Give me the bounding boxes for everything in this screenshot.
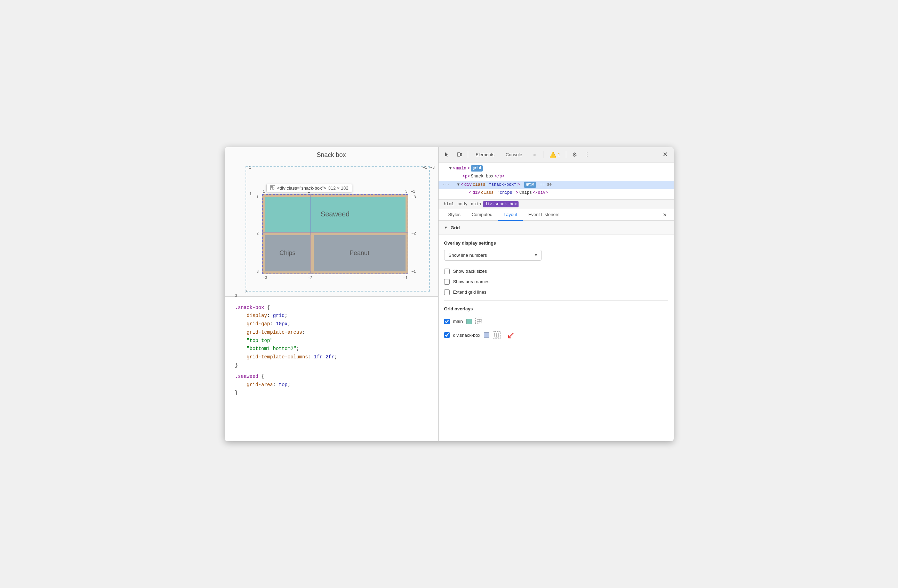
cell-peanut: Peanut [314,235,406,271]
dropdown-arrow-icon: ▾ [535,252,537,257]
show-area-names-checkbox[interactable] [444,279,450,285]
tab-computed[interactable]: Computed [466,209,498,221]
grid-row-line [262,232,408,233]
toolbar-divider-3 [566,151,566,158]
code-line-8: } [235,362,428,370]
sub-tabs: Styles Computed Layout Event Listeners » [438,209,674,221]
device-toggle-button[interactable] [454,149,465,160]
bc-html[interactable]: html [443,201,456,207]
element-icon [270,185,275,190]
section-divider [444,300,668,301]
grid-badge-main[interactable]: grid [471,165,483,171]
tooltip-size: 312 × 182 [328,185,349,191]
dom-line-main[interactable]: ▼ <main> grid [438,165,674,173]
overlay-snack-box-grid-icon[interactable] [493,331,500,339]
overlay-main-checkbox[interactable] [444,319,450,324]
grid-preview: Snack box <div class="snack-box"> 312 × … [224,147,438,297]
dom-line-chips[interactable]: <div class="chips" > Chips </div> [438,189,674,197]
grid-section-title: Grid [451,225,460,230]
cell-seaweed: Seaweed [265,197,406,232]
tooltip-element-name: <div class="snack-box"> [277,185,326,191]
extend-grid-lines-label[interactable]: Extend grid lines [453,289,487,295]
warning-icon: ⚠️ [549,151,557,158]
layout-section-body: Overlay display settings Show line numbe… [438,235,674,349]
extend-grid-lines-checkbox[interactable] [444,289,450,295]
right-panel: Elements Console » ⚠️ 1 ⚙ ⋮ ✕ ▼ <main> [438,147,674,441]
css-selector-2: .seaweed [235,374,258,379]
warning-indicator: ⚠️ 1 [547,151,563,158]
ln-row3: 3 [257,269,259,274]
code-line-6: "bottom1 bottom2"; [235,345,428,353]
show-track-sizes-row: Show track sizes [444,266,668,277]
overlay-main-label[interactable]: main [453,319,463,324]
main-content: Snack box <div class="snack-box"> 312 × … [224,147,674,441]
grid-col-line [310,194,311,274]
snack-box-wrapper: Seaweed Chips Peanut 1 2 3 [262,194,408,274]
show-area-names-label[interactable]: Show area names [453,279,490,284]
code-line-9: .seaweed { [235,373,428,381]
ln-row-neg1: −1 [411,269,416,274]
tab-more-sub[interactable]: » [660,209,669,220]
line-num-outer-1: 1 [249,165,251,169]
grid-badge-snack-box[interactable]: grid [524,182,536,188]
settings-button[interactable]: ⚙ [569,149,580,160]
tab-styles[interactable]: Styles [443,209,466,221]
svg-rect-2 [457,153,460,156]
ln-col-neg1: −1 [411,189,415,194]
grid-section-header[interactable]: ▼ Grid [438,221,674,235]
tab-layout[interactable]: Layout [498,209,523,221]
overlay-snack-box-row: div.snack-box ↙ [444,328,668,343]
overlay-main-color-swatch[interactable] [466,319,472,324]
code-panel: .snack-box { display: grid; grid-gap: 10… [224,297,438,441]
ln-bot-neg2: −2 [308,276,313,280]
ln-row-neg2: −2 [411,231,416,235]
ln-row1: 1 [257,195,259,199]
css-selector-1: .snack-box [235,305,264,310]
show-track-sizes-label[interactable]: Show track sizes [453,269,487,274]
code-line-7: grid-template-columns: 1fr 2fr; [235,353,428,362]
ln-bot-neg1: −1 [403,276,407,280]
bc-main[interactable]: main [469,201,482,207]
select-value: Show line numbers [449,252,487,258]
tab-console[interactable]: Console [501,150,527,159]
close-button[interactable]: ✕ [660,149,671,160]
element-tooltip: <div class="snack-box"> 312 × 182 [266,184,352,192]
overlay-display-select[interactable]: Show line numbers ▾ [444,250,541,260]
section-arrow: ▼ [444,225,448,229]
dom-line-p[interactable]: <p>Snack box</p> [438,172,674,181]
line-num-outer-col: −3 [430,165,435,169]
tab-elements[interactable]: Elements [471,150,500,159]
toolbar-divider-2 [544,151,544,158]
tab-event-listeners[interactable]: Event Listeners [523,209,565,221]
grid-overlays-title: Grid overlays [444,306,668,311]
dom-line-snack-box[interactable]: ··· ▼ <div class="snack-box" > grid == $… [438,181,674,189]
tab-more[interactable]: » [528,150,540,159]
show-track-sizes-checkbox[interactable] [444,269,450,274]
ln-outer-1: 1 [250,192,252,196]
overlay-snack-box-checkbox[interactable] [444,332,450,338]
devtools-toolbar: Elements Console » ⚠️ 1 ⚙ ⋮ ✕ [438,147,674,163]
left-panel: Snack box <div class="snack-box"> 312 × … [224,147,438,441]
bc-snack-box[interactable]: div.snack-box [483,201,518,207]
ln-outer-3: 3 [246,290,248,294]
svg-rect-1 [273,188,274,189]
ln-row2: 2 [257,231,259,235]
overlay-main-grid-icon[interactable] [475,318,483,325]
overlay-snack-box-color-swatch[interactable] [484,332,489,338]
code-line-3: grid-gap: 10px; [235,320,428,328]
bc-body[interactable]: body [456,201,469,207]
red-arrow-annotation: ↙ [507,329,515,341]
code-line-10: grid-area: top; [235,381,428,389]
ln-col1: 1 [263,189,265,194]
line-num-outer-r1: −1 [423,165,427,169]
extend-grid-lines-row: Extend grid lines [444,287,668,297]
breadcrumb: html body main div.snack-box [438,200,674,209]
ln-col-neg2: −3 [411,195,416,199]
overlay-settings-title: Overlay display settings [444,240,668,246]
cursor-icon-button[interactable] [441,149,452,160]
overlay-main-row: main [444,316,668,328]
show-area-names-row: Show area names [444,277,668,287]
overlay-snack-box-label[interactable]: div.snack-box [453,332,481,338]
more-options-button[interactable]: ⋮ [581,149,593,160]
dom-tree: ▼ <main> grid <p>Snack box</p> ··· ▼ <di… [438,163,674,200]
